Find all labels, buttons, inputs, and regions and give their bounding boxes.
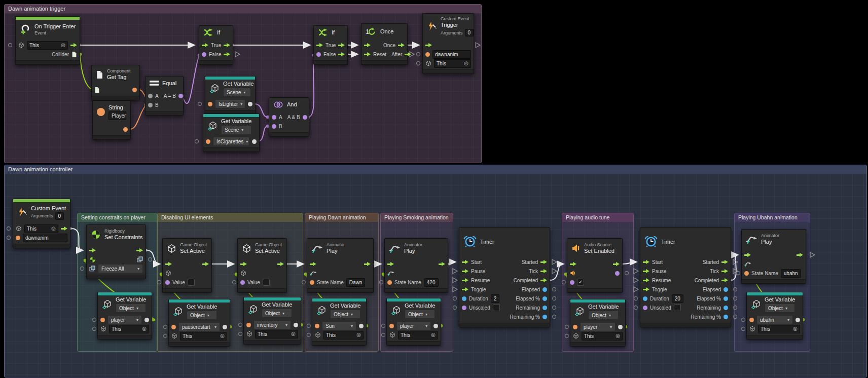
group-title[interactable]: Setting constraits on player — [78, 213, 157, 222]
value-out-port[interactable] — [618, 325, 623, 329]
value-out-port[interactable] — [248, 102, 252, 106]
this-field[interactable]: This ◎ — [434, 59, 471, 68]
node-get-variable-sun[interactable]: Get Variable Object▾ Sun▾ This ◎ — [312, 298, 367, 346]
value-in-port[interactable] — [165, 280, 170, 285]
flow-in-port[interactable] — [316, 43, 323, 48]
audio-in-port[interactable] — [570, 270, 576, 276]
flow-out-port[interactable] — [61, 226, 67, 231]
state-name-field[interactable]: Dawn — [346, 278, 366, 287]
collider-port-icon[interactable] — [71, 51, 77, 58]
and-out-port[interactable] — [303, 115, 307, 120]
node-string-literal[interactable]: String Player — [92, 100, 131, 140]
condition-in-port[interactable] — [316, 52, 321, 57]
node-timer-2[interactable]: Timer Start Pause Resume Toggle Duration… — [640, 227, 731, 327]
target-icon[interactable]: ◎ — [220, 333, 225, 338]
elapsed-out-port[interactable] — [542, 287, 547, 292]
unscaled-in-port[interactable] — [462, 306, 466, 310]
arguments-count-field[interactable]: 0 — [55, 212, 64, 220]
scope-dropdown[interactable]: Object▾ — [765, 304, 795, 313]
and-b-in-port[interactable] — [272, 124, 276, 129]
variable-name-dropdown[interactable]: player▾ — [580, 322, 616, 331]
elapsed-out-port[interactable] — [724, 287, 728, 292]
node-animator-play-dawn[interactable]: Animator Play State Name Dawn — [307, 238, 374, 293]
target-icon[interactable]: ◎ — [464, 61, 468, 66]
group-title[interactable]: Playing audio tune — [562, 213, 633, 222]
tag-out-port[interactable] — [132, 88, 137, 92]
completed-out-port[interactable] — [540, 278, 547, 283]
scope-dropdown[interactable]: Object▾ — [262, 309, 292, 318]
flow-in-port[interactable] — [425, 43, 432, 48]
value-checkbox[interactable] — [263, 279, 270, 286]
started-out-port[interactable] — [540, 260, 547, 264]
variable-name-dropdown[interactable]: inventory▾ — [254, 320, 291, 329]
start-in-port[interactable] — [643, 260, 649, 264]
variable-in-port[interactable] — [315, 324, 319, 328]
scope-dropdown[interactable]: Object▾ — [116, 304, 146, 313]
target-icon[interactable]: ◎ — [431, 332, 436, 337]
node-animator-play-420[interactable]: Animator Play State Name 420 — [384, 238, 448, 293]
true-out-port[interactable] — [338, 43, 345, 48]
string-value-field[interactable]: Player — [108, 111, 126, 120]
false-out-port[interactable] — [224, 52, 230, 57]
scope-dropdown[interactable]: Object▾ — [405, 310, 435, 319]
flow-in-port[interactable] — [202, 43, 208, 48]
resume-in-port[interactable] — [462, 278, 468, 283]
node-and[interactable]: And A A & B B — [269, 97, 309, 137]
component-in-port[interactable] — [94, 87, 100, 93]
node-custom-event-receiver[interactable]: Custom Event Arguments 0 This ◎ dawnanim — [13, 199, 70, 248]
flow-in-port[interactable] — [387, 262, 394, 267]
node-get-variable-player-1[interactable]: Get Variable Object▾ player▾ This ◎ — [97, 292, 152, 339]
variable-name-dropdown[interactable]: ubahn▾ — [756, 315, 793, 324]
node-if-1[interactable]: If True False — [199, 25, 233, 65]
this-field[interactable]: This ◎ — [582, 332, 623, 341]
target-icon[interactable]: ◎ — [793, 326, 798, 331]
flow-in-port[interactable] — [89, 248, 96, 253]
this-field[interactable]: This ◎ — [109, 325, 149, 333]
this-field[interactable]: This ◎ — [758, 325, 800, 333]
scope-dropdown[interactable]: Scene▾ — [223, 88, 251, 97]
target-icon[interactable]: ◎ — [51, 226, 56, 231]
game-object-in-port[interactable] — [240, 270, 246, 276]
graph-canvas[interactable]: Dawn animation trigger Dawn animation co… — [0, 0, 868, 378]
node-equal[interactable]: Equal A A = B B — [145, 76, 184, 116]
pause-in-port[interactable] — [643, 269, 649, 274]
start-in-port[interactable] — [462, 260, 468, 264]
flow-out-port[interactable] — [364, 262, 371, 267]
this-field[interactable]: This ◎ — [323, 331, 364, 339]
variable-in-port[interactable] — [100, 318, 105, 322]
event-name-in-port[interactable] — [425, 52, 430, 57]
condition-in-port[interactable] — [202, 52, 206, 57]
variable-in-port[interactable] — [389, 324, 394, 328]
value-in-port[interactable] — [240, 280, 245, 285]
flow-in-port[interactable] — [240, 262, 247, 267]
true-out-port[interactable] — [224, 43, 230, 48]
flow-out-port[interactable] — [613, 262, 620, 267]
state-name-field[interactable]: ubahn — [781, 269, 801, 278]
target-icon[interactable]: ◎ — [616, 333, 620, 338]
node-get-variable-iscigarettes[interactable]: Get Variable Scene▾ IsCigarettes▾ — [203, 114, 260, 152]
event-name-field[interactable]: dawnanim — [23, 234, 67, 242]
flow-out-port[interactable] — [70, 43, 77, 48]
started-out-port[interactable] — [721, 260, 728, 264]
scope-dropdown[interactable]: Object▾ — [187, 311, 217, 320]
enabled-in-port[interactable] — [570, 280, 574, 285]
variable-in-port[interactable] — [749, 318, 754, 322]
variable-in-port[interactable] — [208, 102, 212, 106]
variable-in-port[interactable] — [206, 139, 210, 144]
duration-in-port[interactable] — [643, 296, 647, 301]
group-title[interactable]: Dawn animation trigger — [5, 5, 481, 13]
node-get-variable-ubahn[interactable]: Get Variable Object▾ ubahn▾ This ◎ — [746, 292, 803, 339]
variable-name-dropdown[interactable]: IsCigarettes▾ — [213, 137, 249, 146]
unscaled-in-port[interactable] — [643, 306, 647, 310]
variable-name-dropdown[interactable]: pauserestart▾ — [178, 322, 220, 331]
duration-in-port[interactable] — [462, 296, 466, 301]
arguments-count-field[interactable]: 0 — [465, 29, 474, 36]
value-out-port[interactable] — [433, 324, 438, 328]
value-out-port[interactable] — [294, 323, 298, 327]
value-out-port[interactable] — [144, 318, 149, 322]
target-icon[interactable]: ◎ — [142, 326, 147, 331]
node-trigger-custom-event[interactable]: Custom Event Trigger Arguments 0 dawnani… — [422, 13, 474, 74]
flow-out-port[interactable] — [277, 262, 284, 267]
event-name-in-port[interactable] — [16, 236, 20, 240]
flow-out-port[interactable] — [439, 262, 445, 267]
